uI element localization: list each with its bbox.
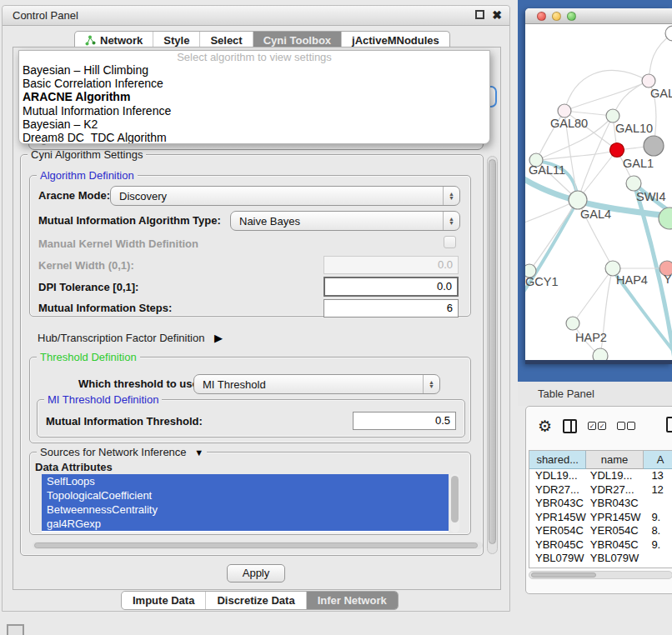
minimize-traffic-light[interactable] <box>552 12 561 21</box>
apply-button[interactable]: Apply <box>227 564 285 582</box>
deselect-all-columns-icon[interactable] <box>617 422 635 430</box>
network-node[interactable] <box>626 176 641 191</box>
table-cell: YBR043C <box>587 497 644 511</box>
network-edge[interactable] <box>573 268 613 323</box>
tab-impute-data[interactable]: Impute Data <box>122 592 206 609</box>
column-header-shared-name[interactable]: shared... <box>529 451 586 469</box>
network-edge[interactable] <box>564 70 649 111</box>
data-attributes-label: Data Attributes <box>35 461 113 473</box>
column-header-clipped[interactable]: A <box>644 451 672 469</box>
network-node[interactable] <box>566 317 579 330</box>
table-cell: 9. <box>644 566 672 569</box>
table-cell: YBR045C <box>587 538 644 552</box>
table-body: YDL19...YDL19...13YDR27...YDR27...12YBR0… <box>529 469 672 568</box>
tab-infer-network[interactable]: Infer Network <box>307 592 398 609</box>
mi-threshold-definition-group: MI Threshold Definition Mutual Informati… <box>37 399 465 438</box>
attribute-list-item[interactable]: BetweennessCentrality <box>42 502 449 517</box>
scrollbar-thumb[interactable] <box>489 159 496 544</box>
document-icon[interactable] <box>666 417 672 432</box>
sources-title-text: Sources for Network Inference <box>40 446 187 458</box>
network-node[interactable] <box>569 191 587 209</box>
hub-definition-label: Hub/Transcription Factor Definition <box>38 332 204 344</box>
mi-steps-field[interactable]: 6 <box>323 299 459 318</box>
network-node[interactable] <box>659 208 672 229</box>
network-view-window: GALGAL80GAL10GAL1GAL11SWI4GAL4HAP4YGCY1H… <box>525 8 672 364</box>
algorithm-option[interactable]: Basic Correlation Inference <box>19 77 489 90</box>
kernel-width-field[interactable]: 0.0 <box>323 256 459 274</box>
table-row[interactable]: YLR345WYLR345W9. <box>529 566 672 569</box>
columns-icon[interactable] <box>563 419 577 433</box>
attribute-list-item[interactable]: gal4RGexp <box>42 517 449 531</box>
network-edge[interactable] <box>564 111 613 116</box>
threshold-definition-group: Threshold Definition Which threshold to … <box>29 357 471 443</box>
mi-steps-label: Mutual Information Steps: <box>38 302 172 314</box>
screen: Control Panel ✖ Network Style Select Cyn… <box>0 0 672 635</box>
algorithm-option[interactable]: ARACNE Algorithm <box>19 90 489 103</box>
settings-horizontal-scrollbar[interactable] <box>33 542 483 549</box>
table-row[interactable]: YBR043CYBR043C <box>529 497 672 511</box>
column-header-name[interactable]: name <box>586 451 643 469</box>
scrollbar-thumb[interactable] <box>34 542 478 548</box>
node-table: shared... name A YDL19...YDL19...13YDR27… <box>529 450 672 568</box>
network-edge[interactable] <box>649 33 672 81</box>
network-node[interactable] <box>610 143 624 158</box>
mi-threshold-label: Mutual Information Threshold: <box>46 415 203 428</box>
close-icon[interactable]: ✖ <box>492 10 502 21</box>
network-node[interactable] <box>593 348 608 360</box>
which-threshold-combo[interactable]: MI Threshold ▲▼ <box>193 374 440 394</box>
hub-definition-expander[interactable]: Hub/Transcription Factor Definition ▶ <box>38 332 223 344</box>
dpi-tolerance-field[interactable]: 0.0 <box>323 277 459 297</box>
sources-group: Sources for Network Inference ▼ Data Att… <box>29 452 471 535</box>
algorithm-option[interactable]: Mutual Information Inference <box>19 104 489 118</box>
table-cell: YER054C <box>587 524 644 538</box>
minimized-panel-icon[interactable] <box>7 624 24 635</box>
manual-kernel-checkbox[interactable] <box>444 236 456 248</box>
algorithm-dropdown-popup: Select algorithm to view settings Bayesi… <box>18 50 490 144</box>
algorithm-option[interactable]: Bayesian – K2 <box>19 118 489 131</box>
settings-vertical-scrollbar[interactable] <box>487 156 498 554</box>
aracne-mode-combo[interactable]: Discovery ▲▼ <box>110 186 460 206</box>
algorithm-option[interactable]: Dream8 DC_TDC Algorithm <box>19 131 489 144</box>
node-label: Y <box>664 272 672 286</box>
unchecked-box-icon <box>627 422 635 430</box>
select-all-columns-icon[interactable]: ✓ ✓ <box>588 422 606 430</box>
which-threshold-value: MI Threshold <box>194 378 423 391</box>
tab-discretize-data[interactable]: Discretize Data <box>206 592 306 609</box>
which-threshold-label: Which threshold to use: <box>78 378 202 390</box>
attribute-list-item[interactable]: TopologicalCoefficient <box>42 488 449 502</box>
table-cell: 13 <box>644 469 672 483</box>
panel-title: Control Panel <box>13 9 78 22</box>
sources-group-title[interactable]: Sources for Network Inference ▼ <box>37 446 207 458</box>
gear-icon[interactable]: ⚙ <box>538 418 552 434</box>
node-label: GAL80 <box>550 117 588 130</box>
network-node[interactable] <box>606 109 619 122</box>
table-cell: YBL079W <box>587 552 644 566</box>
attribute-list-item[interactable]: SelfLoops <box>42 474 449 488</box>
algorithm-option[interactable]: Bayesian – Hill Climbing <box>19 63 489 77</box>
mi-threshold-field[interactable]: 0.5 <box>353 412 456 430</box>
table-row[interactable]: YER054CYER054C8. <box>529 524 672 538</box>
table-row[interactable]: YPR145WYPR145W9. <box>529 511 672 525</box>
spinner-icon: ▲▼ <box>423 375 439 393</box>
aracne-mode-value: Discovery <box>111 190 443 202</box>
table-row[interactable]: YDR27...YDR27...12 <box>529 483 672 498</box>
network-edge[interactable] <box>613 81 649 116</box>
mi-type-combo[interactable]: Naive Bayes ▲▼ <box>230 211 460 231</box>
scrollbar-thumb[interactable] <box>531 572 596 578</box>
network-canvas[interactable]: GALGAL80GAL10GAL1GAL11SWI4GAL4HAP4YGCY1H… <box>525 24 672 360</box>
float-window-icon[interactable] <box>475 10 484 19</box>
table-row[interactable]: YBL079WYBL079W <box>529 552 672 566</box>
table-horizontal-scrollbar[interactable] <box>529 571 672 579</box>
network-node[interactable] <box>642 74 655 88</box>
attributes-scrollbar[interactable] <box>450 474 459 532</box>
network-window-titlebar[interactable] <box>525 8 672 24</box>
network-node[interactable] <box>644 136 664 156</box>
table-row[interactable]: YBR045CYBR045C9. <box>529 538 672 552</box>
table-cell: YPR145W <box>529 511 587 525</box>
table-row[interactable]: YDL19...YDL19...13 <box>529 469 672 483</box>
table-cell: YDR27... <box>529 483 587 498</box>
zoom-traffic-light[interactable] <box>567 12 576 21</box>
network-node[interactable] <box>558 104 571 118</box>
close-traffic-light[interactable] <box>537 12 546 21</box>
scrollbar-thumb[interactable] <box>451 476 459 522</box>
